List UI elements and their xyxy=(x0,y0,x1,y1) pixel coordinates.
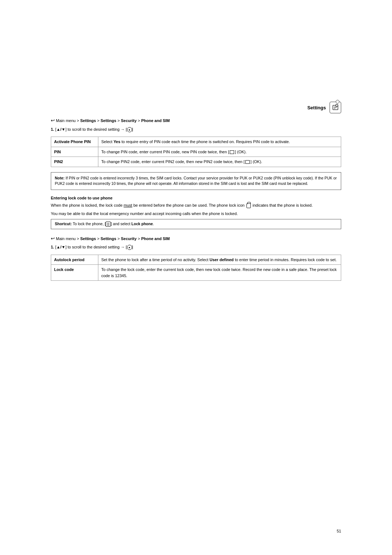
pin2-label: PIN2 xyxy=(51,157,98,167)
activate-phone-pin-desc: Select Yes to require entry of PIN code … xyxy=(98,137,341,147)
lock-code-heading: Entering lock code to use phone xyxy=(51,196,341,200)
pin-label: PIN xyxy=(51,147,98,157)
lock-code-label: Lock code xyxy=(51,265,98,281)
step-2: 1. [▲/▼] to scroll to the desired settin… xyxy=(51,244,341,250)
lock-icon xyxy=(246,203,251,208)
settings-device-icon xyxy=(330,102,341,113)
svg-point-1 xyxy=(336,104,338,106)
shortcut-box: Shortcut: To lock the phone, [☰] and sel… xyxy=(51,219,341,229)
table-row: PIN2 To change PIN2 code, enter current … xyxy=(51,157,341,167)
page-number: 51 xyxy=(337,529,341,533)
lock-code-desc: To change the lock code, enter the curre… xyxy=(98,265,341,281)
page: Settings ↩ Main menu > Settings > Settin… xyxy=(0,0,392,555)
breadcrumb-2: ↩ Main menu > Settings > Settings > Secu… xyxy=(51,235,341,242)
step-1: 1. [▲/▼] to scroll to the desired settin… xyxy=(51,126,341,133)
note-box: Note: If PIN or PIN2 code is entered inc… xyxy=(51,172,341,190)
table-row: Autolock period Set the phone to lock af… xyxy=(51,255,341,265)
lock-settings-table: Autolock period Set the phone to lock af… xyxy=(51,255,341,281)
settings-title: Settings xyxy=(307,105,326,110)
shortcut-text: To lock the phone, [☰] and select Lock p… xyxy=(73,222,154,226)
shortcut-label: Shortcut: xyxy=(55,222,72,226)
note-label: Note: xyxy=(55,176,65,180)
lock-code-para1: When the phone is locked, the lock code … xyxy=(51,202,341,208)
table-row: Lock code To change the lock code, enter… xyxy=(51,265,341,281)
lock-code-para2: You may be able to dial the local emerge… xyxy=(51,211,341,217)
autolock-desc: Set the phone to lock after a time perio… xyxy=(98,255,341,265)
table-row: Activate Phone PIN Select Yes to require… xyxy=(51,137,341,147)
pin2-desc: To change PIN2 code, enter current PIN2 … xyxy=(98,157,341,167)
activate-phone-pin-label: Activate Phone PIN xyxy=(51,137,98,147)
menu-icon: ☰ xyxy=(106,222,111,227)
note-text: If PIN or PIN2 code is entered incorrect… xyxy=(55,176,337,186)
pin-desc: To change PIN code, enter current PIN co… xyxy=(98,147,341,157)
table-row: PIN To change PIN code, enter current PI… xyxy=(51,147,341,157)
settings-header: Settings xyxy=(51,102,341,113)
pin-settings-table: Activate Phone PIN Select Yes to require… xyxy=(51,137,341,167)
autolock-label: Autolock period xyxy=(51,255,98,265)
breadcrumb-1: ↩ Main menu > Settings > Settings > Secu… xyxy=(51,117,341,124)
